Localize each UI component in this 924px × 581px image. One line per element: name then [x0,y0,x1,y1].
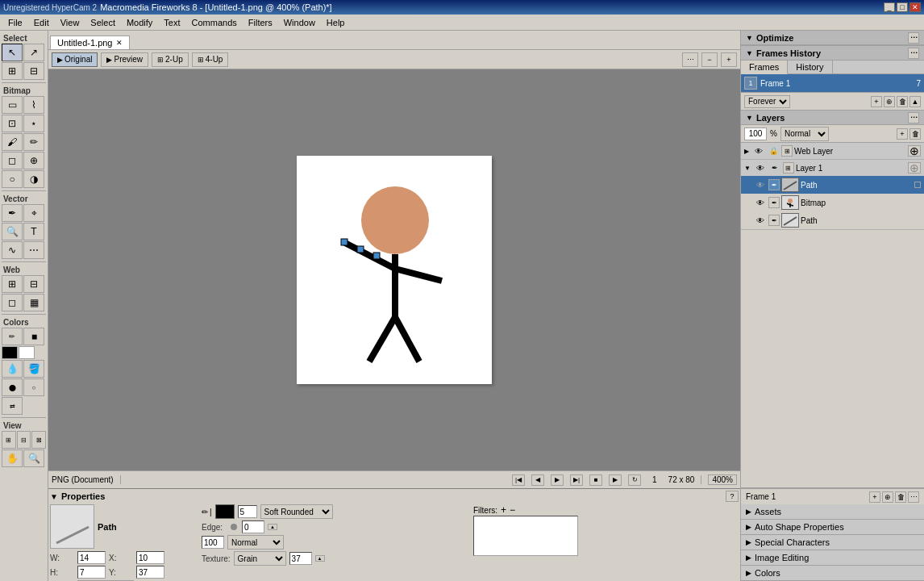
new-layer-btn[interactable]: + [897,128,908,140]
original-view-btn[interactable]: ▶ Original [52,52,98,67]
x-input[interactable] [136,551,164,564]
stroke-size-input[interactable] [238,505,257,518]
frame-1-row[interactable]: 1 Frame 1 7 [741,74,924,92]
web-layer-header[interactable]: ▶ 👁 🔒 ⊞ Web Layer ⊕ [741,143,924,159]
assets-header[interactable]: ▶ Assets [741,504,924,519]
layer1-header[interactable]: ▼ 👁 ✒ ⊞ Layer 1 ⊕ [741,160,924,176]
frames-options-btn[interactable]: ⋯ [908,48,919,59]
play-first-btn[interactable]: |◀ [512,474,525,486]
play-loop-btn[interactable]: ↻ [628,474,641,486]
show-slices[interactable]: ▦ [23,294,44,311]
hand-tool[interactable]: ✋ [2,449,23,467]
scale-tool[interactable]: ⊞ [2,62,23,80]
swap-colors[interactable]: ⇄ [2,397,23,415]
web-layer-eye[interactable]: 👁 [752,144,765,157]
frame-status-del[interactable]: 🗑 [895,491,906,503]
pencil-tool[interactable]: ✏ [23,133,44,151]
layer-opacity-input[interactable] [744,127,767,140]
subselect-tool[interactable]: ↗ [23,44,44,61]
height-input[interactable] [77,566,106,579]
bitmap-eye[interactable]: 👁 [754,196,767,209]
menu-edit[interactable]: Edit [29,16,54,29]
play-next-btn[interactable]: ▶ [551,474,564,486]
layer-path-selected[interactable]: 👁 ✒ Path [741,176,924,194]
y-input[interactable] [136,566,164,579]
vector-path-tool[interactable]: ⌖ [23,204,44,222]
tab-frames[interactable]: Frames [741,61,788,74]
width-input[interactable] [77,551,106,564]
standard-view[interactable]: ⊞ [2,431,16,449]
4up-view-btn[interactable]: ⊞ 4-Up [192,52,229,67]
hide-slices[interactable]: ◻ [2,294,23,311]
looping-select[interactable]: Forever [744,95,790,108]
magic-wand[interactable]: ⋆ [23,115,44,132]
frames-history-header[interactable]: ▼ Frames History ⋯ [741,46,924,61]
eraser-tool[interactable]: ◻ [2,152,23,169]
2up-view-btn[interactable]: ⊞ 2-Up [152,52,189,67]
web-layer-options[interactable]: ⊞ [781,145,793,157]
opacity-input[interactable] [202,536,224,549]
path2-edit-btn[interactable]: ✒ [768,215,780,226]
layers-options-btn[interactable]: ⋯ [908,112,919,123]
color-swatch-black[interactable] [2,346,18,359]
brush-tool[interactable]: 🖌 [2,133,23,151]
optimize-header[interactable]: ▼ Optimize ⋯ [741,31,924,45]
path2-eye[interactable]: 👁 [754,214,767,227]
texture-stroke-val[interactable] [289,552,312,565]
blend-mode-select[interactable]: Normal [227,535,284,550]
menu-filters[interactable]: Filters [243,16,277,29]
paint-bucket[interactable]: 🪣 [23,360,44,378]
frame-status-opt[interactable]: ⋯ [908,491,919,503]
web-layer-add[interactable]: ⊕ [908,145,921,157]
filter-remove-btn[interactable]: − [510,504,515,516]
doc-tab-close[interactable]: ✕ [116,39,123,47]
play-stop-btn[interactable]: ■ [589,474,602,486]
menu-view[interactable]: View [56,16,85,29]
color-mode-1[interactable]: ⬤ [2,378,23,396]
layer-blend-select[interactable]: Normal [780,127,829,141]
path-edit-btn[interactable]: ✒ [768,179,780,190]
hotspot-tool[interactable]: ⊞ [2,275,23,293]
layer1-eye[interactable]: 👁 [754,161,767,174]
props-help-btn[interactable]: ? [726,491,739,502]
slice-tool[interactable]: ⊟ [23,275,44,293]
layer1-add[interactable]: ⊕ [908,162,921,173]
layer1-lock[interactable]: ✒ [768,161,781,174]
texture-stroke-up[interactable]: ▲ [315,555,325,562]
eyedropper-tool[interactable]: 💧 [2,360,23,378]
skew-tool[interactable]: ⊟ [23,62,44,80]
frame-status-add[interactable]: + [869,491,880,503]
colors-header[interactable]: ▶ Colors [741,566,924,580]
pen-tool[interactable]: ✒ [2,204,23,222]
pointer-tool[interactable]: ↖ [2,44,23,61]
layer1-options[interactable]: ⊞ [783,162,794,173]
del-layer-btn[interactable]: 🗑 [909,128,921,140]
preview-view[interactable]: ⊠ [31,431,46,449]
menu-select[interactable]: Select [85,16,120,29]
menu-modify[interactable]: Modify [122,16,157,29]
crop-tool[interactable]: ⊡ [2,115,23,132]
texture-stroke-select[interactable]: Grain [234,551,286,566]
filter-add-btn[interactable]: + [501,504,506,516]
optimize-options-btn[interactable]: ⋯ [908,32,919,44]
color-swatch-white[interactable] [19,346,35,359]
tab-history[interactable]: History [788,61,832,73]
menu-text[interactable]: Text [159,16,185,29]
zoom-view-tool[interactable]: 🔍 [23,449,44,467]
stroke-edge-input[interactable] [242,520,264,533]
frame-dup-btn[interactable]: ⊕ [884,96,895,107]
menu-file[interactable]: File [3,16,27,29]
layer-path2[interactable]: 👁 ✒ Path [741,211,924,229]
menu-help[interactable]: Help [322,16,350,29]
freeform-tool[interactable]: ∿ [2,241,23,259]
frame-add-btn[interactable]: + [871,96,882,107]
close-button[interactable]: ✕ [909,2,921,12]
play-prev-btn[interactable]: ◀ [531,474,544,486]
auto-shape-header[interactable]: ▶ Auto Shape Properties [741,520,924,534]
blur-tool[interactable]: ○ [2,170,23,188]
menu-window[interactable]: Window [279,16,320,29]
doc-tab-untitled[interactable]: Untitled-1.png ✕ [50,36,130,49]
zoom-out-btn[interactable]: − [701,52,718,67]
full-display[interactable]: ⊟ [17,431,31,449]
stroke-type-select[interactable]: Soft Rounded [260,504,333,519]
